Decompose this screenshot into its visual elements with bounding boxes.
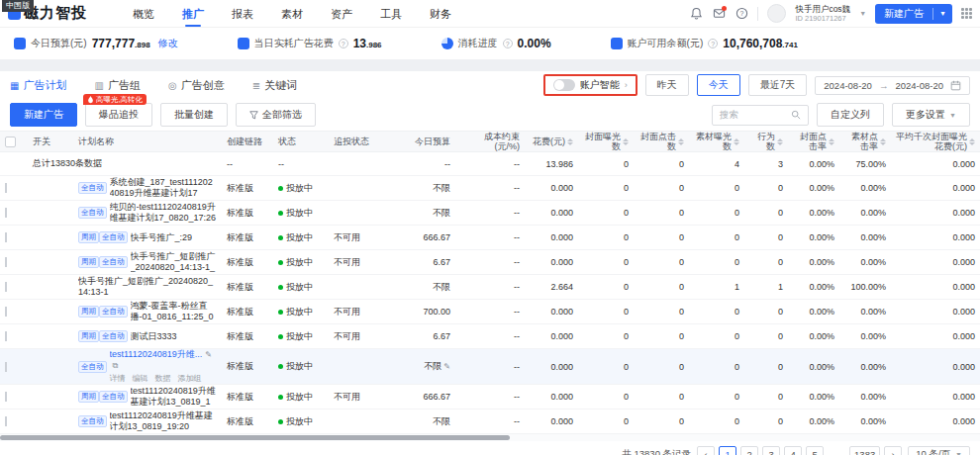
help-icon[interactable]: ? xyxy=(735,7,748,21)
info-icon[interactable]: ? xyxy=(503,39,513,48)
cell-cover_click: 0 xyxy=(634,331,689,341)
plan-name-wrap: 快手号推广_短剧推广_20240820_14:13-1_0820_... xyxy=(131,251,218,273)
cell-cover_ctr: 0.00% xyxy=(788,208,839,218)
plan-name[interactable]: 快手号推广_:29 xyxy=(131,232,193,243)
account-stats-bar: 今日预算(元)777,777.898修改当日实耗广告花费?13.986消耗进度?… xyxy=(0,28,980,59)
plan-name[interactable]: 纯贝的-test11120240819升维基建计划17_0820_17:26 xyxy=(110,202,218,224)
row-checkbox[interactable] xyxy=(5,331,7,341)
sort-icon[interactable] xyxy=(880,138,886,145)
page-1383[interactable]: 1383 xyxy=(849,446,880,455)
chevron-down-icon[interactable]: ▼ xyxy=(859,10,866,17)
page-size-select[interactable]: 10 条/页 ▼ xyxy=(908,446,970,455)
prev-page-button[interactable]: ‹ xyxy=(697,446,715,455)
sort-icon[interactable] xyxy=(678,138,684,145)
action-详情[interactable]: 详情 xyxy=(110,373,126,384)
new-ad-dropdown-icon[interactable]: ▼ xyxy=(933,10,952,17)
nav-item-报表[interactable]: 报表 xyxy=(232,0,253,28)
info-icon[interactable]: ? xyxy=(339,39,348,48)
nav-item-资产[interactable]: 资产 xyxy=(331,0,352,28)
row-checkbox[interactable] xyxy=(5,257,7,267)
filter-all-button[interactable]: 全部筛选 xyxy=(236,103,316,127)
sort-icon[interactable] xyxy=(623,138,629,145)
batch-create-button[interactable]: 批量创建 xyxy=(160,103,228,127)
col-header: 素材点击率 xyxy=(839,132,891,151)
copy-icon[interactable]: ⧉ xyxy=(113,361,119,370)
bell-icon[interactable] xyxy=(689,7,703,21)
sort-icon[interactable] xyxy=(734,138,739,145)
page-1[interactable]: 1 xyxy=(719,446,736,455)
nav-item-概览[interactable]: 概览 xyxy=(133,0,154,28)
tab-广告组[interactable]: ▥广告组 xyxy=(94,78,140,93)
plan-name[interactable]: test11120240819升维基建计划13_0819_19:20 xyxy=(110,410,218,432)
smart-account-toggle-box[interactable]: 账户智能 › xyxy=(543,74,637,96)
budget-icon xyxy=(14,38,26,49)
plan-name[interactable]: 鸿蒙-覆盖率-粉丝直播-01_0816_11:25_0820_11:57 xyxy=(131,301,218,322)
plan-name[interactable]: test11120240819升维...✎⧉ xyxy=(110,349,218,371)
row-checkbox[interactable] xyxy=(5,416,7,426)
select-all-checkbox[interactable] xyxy=(5,136,16,147)
tab-广告创意[interactable]: ◎广告创意 xyxy=(168,78,225,93)
nav-item-素材[interactable]: 素材 xyxy=(281,0,303,28)
nav-item-推广[interactable]: 推广 xyxy=(182,0,204,28)
horizontal-scrollbar[interactable] xyxy=(0,434,980,441)
row-checkbox[interactable] xyxy=(5,282,7,292)
cell-spend: 0.000 xyxy=(525,331,578,341)
action-数据[interactable]: 数据 xyxy=(155,373,171,384)
page-3[interactable]: 3 xyxy=(762,446,780,455)
user-info[interactable]: 快手用户cos魏 ID 2190171267 xyxy=(795,5,850,23)
scrollbar-thumb[interactable] xyxy=(0,435,510,440)
avatar[interactable] xyxy=(767,4,786,23)
nav-item-财务[interactable]: 财务 xyxy=(430,0,451,28)
info-icon[interactable]: ? xyxy=(708,39,718,48)
total-label-cell: 总计13830条数据 xyxy=(28,157,222,170)
edit-budget-icon[interactable]: ✎ xyxy=(443,362,450,371)
status-text: 投放中 xyxy=(286,207,313,220)
row-checkbox[interactable] xyxy=(5,208,7,218)
page-2[interactable]: 2 xyxy=(740,446,758,455)
date-range-picker[interactable]: 2024-08-20 → 2024-08-20 xyxy=(815,76,970,95)
create-ad-button[interactable]: 新建广告 xyxy=(10,103,77,127)
next-page-button[interactable]: › xyxy=(884,446,902,455)
plan-name[interactable]: test11120240819升维基建计划13_0819_19:20_081..… xyxy=(131,386,218,408)
cell-chain: 标准版 xyxy=(222,231,273,244)
action-编辑[interactable]: 编辑 xyxy=(133,373,148,384)
smart-account-toggle[interactable] xyxy=(553,79,575,91)
apps-grid-icon[interactable] xyxy=(961,8,972,19)
date-button-今天[interactable]: 今天 xyxy=(697,74,740,96)
table-row: 全自动test11120240819升维基建计划13_0819_19:20标准版… xyxy=(0,410,980,434)
row-checkbox[interactable] xyxy=(5,362,7,372)
row-checkbox[interactable] xyxy=(5,183,7,193)
search-input[interactable]: 搜索 xyxy=(712,105,809,126)
cell-delivery: 不可用 xyxy=(329,256,390,269)
more-settings-button[interactable]: 更多设置 ▼ xyxy=(892,103,970,127)
plan-name[interactable]: 快手号推广_短剧推广_20240820_14:13-1 xyxy=(78,276,217,298)
edit-name-icon[interactable]: ✎ xyxy=(205,350,212,359)
action-添加组[interactable]: 添加组 xyxy=(178,373,202,384)
plan-name[interactable]: 测试日3333 xyxy=(131,331,177,342)
modify-link[interactable]: 修改 xyxy=(158,37,178,50)
nav-item-工具[interactable]: 工具 xyxy=(380,0,402,28)
boost-button[interactable]: 爆品追投 xyxy=(85,103,152,127)
date-button-最近7天[interactable]: 最近7天 xyxy=(748,74,808,96)
cell-mat_ctr: 75.00% xyxy=(839,159,891,169)
mail-icon[interactable] xyxy=(712,7,726,21)
new-ad-button[interactable]: 新建广告 ▼ xyxy=(875,4,952,24)
sort-icon[interactable] xyxy=(829,138,834,145)
sort-icon[interactable] xyxy=(777,138,783,145)
date-button-昨天[interactable]: 昨天 xyxy=(645,74,689,96)
tab-关键词[interactable]: ≣关键词 xyxy=(252,78,297,93)
sort-icon[interactable] xyxy=(567,138,573,145)
row-checkbox[interactable] xyxy=(5,392,7,402)
custom-columns-button[interactable]: 自定义列 xyxy=(817,103,884,127)
sort-icon[interactable] xyxy=(969,138,975,145)
smart-account-label: 账户智能 xyxy=(580,78,620,92)
page-4[interactable]: 4 xyxy=(784,446,802,455)
plan-name[interactable]: 系统创建_187_test11120240819升维基建计划17 xyxy=(110,177,218,199)
row-checkbox-cell xyxy=(0,392,28,402)
tab-广告计划[interactable]: ▦广告计划 xyxy=(10,78,66,93)
row-checkbox[interactable] xyxy=(5,307,7,317)
row-checkbox[interactable] xyxy=(5,232,7,242)
page-5[interactable]: 5 xyxy=(806,446,824,455)
plan-name[interactable]: 快手号推广_短剧推广_20240820_14:13-1_0820_... xyxy=(131,251,218,273)
spend-icon xyxy=(238,38,249,49)
